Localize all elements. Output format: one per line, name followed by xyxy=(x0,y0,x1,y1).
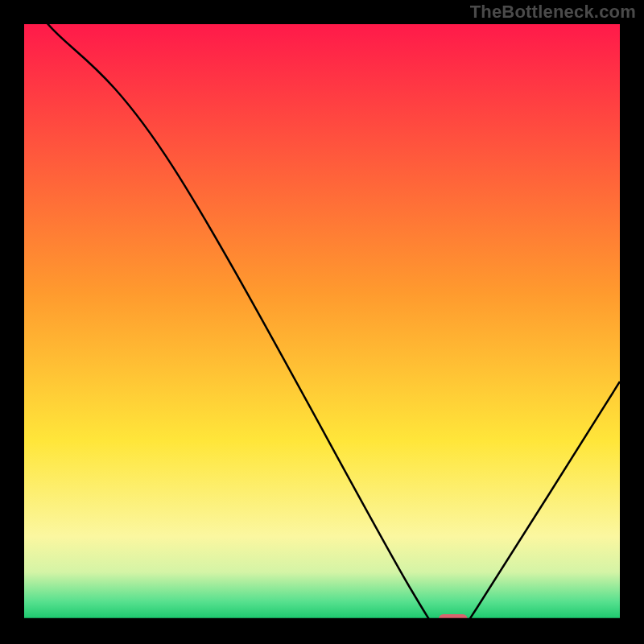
chart-background xyxy=(24,24,620,620)
chart-svg xyxy=(24,24,620,620)
bottleneck-chart xyxy=(24,24,620,620)
watermark-text: TheBottleneck.com xyxy=(470,2,636,23)
